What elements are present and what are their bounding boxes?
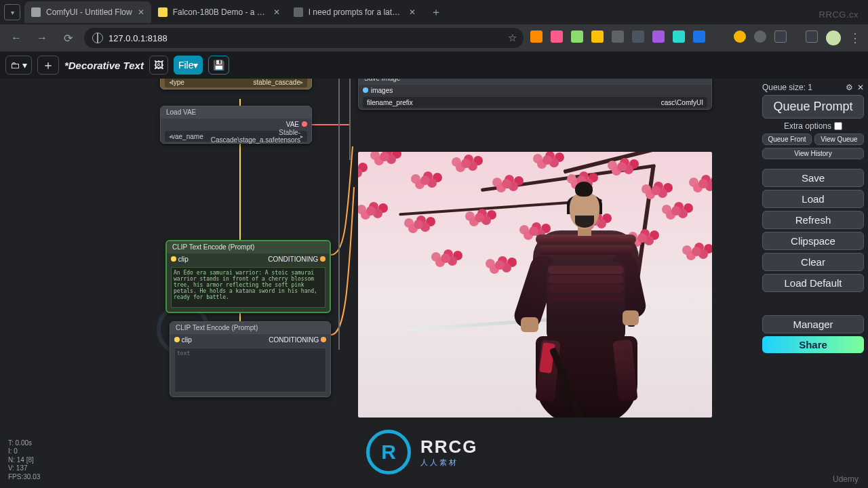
perf-stats: T: 0.00s I: 0 N: 14 [8] V: 137 FPS:30.03 <box>8 439 40 482</box>
arrow-right-icon[interactable]: ▸ <box>300 134 303 140</box>
clipspace-button[interactable]: Clipspace <box>762 232 864 250</box>
tab-falcon[interactable]: Falcon-180B Demo - a Hugging Face ✕ <box>151 1 287 23</box>
field-type[interactable]: ◂typestable_cascade▸ <box>165 79 307 87</box>
extension-icon[interactable] <box>652 30 665 43</box>
address-bar[interactable]: 127.0.0.1:8188 ☆ <box>84 28 524 48</box>
favicon-icon <box>31 7 41 17</box>
node-canvas[interactable]: RR CLIP ◂ckpt_namescascade\scas-model.sa… <box>0 79 868 488</box>
extension-icon[interactable] <box>632 30 644 43</box>
clear-button[interactable]: Clear <box>762 253 864 271</box>
url-text: 127.0.0.1:8188 <box>108 33 167 43</box>
spacer <box>795 30 797 45</box>
forward-button[interactable]: → <box>33 28 52 47</box>
neg-prompt-textarea[interactable] <box>174 348 326 392</box>
port-conditioning-out[interactable] <box>320 256 326 262</box>
add-button[interactable]: ＋ <box>37 56 59 75</box>
field-vae-name[interactable]: ◂vae_nameStable-Cascade\stage_a.safetens… <box>165 131 307 142</box>
port-conditioning-out[interactable] <box>321 337 326 342</box>
extension-icon[interactable] <box>693 30 705 43</box>
samurai-figure <box>495 180 671 418</box>
queue-front-button[interactable]: Queue Front <box>762 134 812 145</box>
extensions-puzzle-icon[interactable] <box>774 30 787 43</box>
refresh-button[interactable]: Refresh <box>762 211 864 229</box>
node-title: CLIP Text Encode (Prompt) <box>170 322 330 334</box>
close-panel-icon[interactable]: ✕ <box>857 83 864 92</box>
extra-options-row: Extra options <box>762 121 864 131</box>
port-clip-in[interactable] <box>171 256 176 262</box>
tab-title: Falcon-180B Demo - a Hugging Face <box>173 7 268 17</box>
view-history-button[interactable]: View History <box>762 148 864 159</box>
extension-icon[interactable] <box>551 30 563 43</box>
chrome-menu-icon[interactable]: ⋮ <box>849 30 861 45</box>
tab-search-button[interactable]: ▾ <box>4 4 20 20</box>
extension-icon[interactable] <box>734 30 746 43</box>
share-button[interactable]: Share <box>762 336 864 353</box>
watermark-bottom-right: Udemy <box>833 474 859 484</box>
tab-prompts[interactable]: I need prompts for a latent diffusion p … <box>287 1 422 23</box>
node-save-image[interactable]: Save Image images filename_prefixcasc\Co… <box>358 79 712 110</box>
extension-icon[interactable] <box>591 30 604 43</box>
browser-tab-strip: ▾ ComfyUI - Untitled Flow ✕ Falcon-180B … <box>0 0 868 24</box>
control-panel: Queue size: 1 ⚙ ✕ Queue Prompt Extra opt… <box>758 79 868 357</box>
save-icon-button[interactable]: 💾 <box>208 56 229 75</box>
document-title: *Decorative Text <box>64 60 144 71</box>
extension-icon[interactable] <box>612 30 624 43</box>
tab-comfyui[interactable]: ComfyUI - Untitled Flow ✕ <box>24 1 151 23</box>
node-clip-text-encode-positive[interactable]: CLIP Text Encode (Prompt) clip CONDITION… <box>165 240 331 313</box>
back-button[interactable]: ← <box>7 28 26 47</box>
app-topbar: 🗀 ▾ ＋ *Decorative Text 🖼 File ▾ 💾 <box>0 52 868 79</box>
port-images-in[interactable] <box>363 87 368 93</box>
extra-options-checkbox[interactable] <box>834 122 842 130</box>
settings-gear-icon[interactable]: ⚙ <box>846 83 853 92</box>
close-tab-icon[interactable]: ✕ <box>409 7 416 17</box>
favicon-icon <box>158 7 167 17</box>
profile-avatar[interactable] <box>826 30 841 45</box>
tab-title: ComfyUI - Untitled Flow <box>46 7 132 17</box>
watermark-top-right: RRCG.cx <box>819 9 859 20</box>
image-icon[interactable]: 🖼 <box>149 56 168 75</box>
arrow-right-icon[interactable]: ▸ <box>300 79 303 85</box>
queue-prompt-button[interactable]: Queue Prompt <box>762 95 864 119</box>
extension-icon[interactable] <box>673 30 685 43</box>
browser-toolbar: ← → ⟳ 127.0.0.1:8188 ☆ ⋮ <box>0 24 868 52</box>
queue-size-label: Queue size: 1 <box>762 83 812 92</box>
tab-title: I need prompts for a latent diffusion p <box>309 7 403 17</box>
node-title: CLIP Text Encode (Prompt) <box>167 241 330 253</box>
prompt-textarea[interactable] <box>171 267 326 308</box>
watermark-logo: R RRCG 人人素材 <box>366 430 478 474</box>
favicon-icon <box>294 7 303 17</box>
node-clip-text-encode-negative[interactable]: CLIP Text Encode (Prompt) clip CONDITION… <box>170 321 331 397</box>
extension-icon[interactable] <box>754 30 766 43</box>
extension-icon[interactable] <box>571 30 583 43</box>
output-image <box>358 152 712 418</box>
close-tab-icon[interactable]: ✕ <box>138 7 144 17</box>
load-button[interactable]: Load <box>762 190 864 208</box>
site-info-icon[interactable] <box>92 33 103 43</box>
file-menu[interactable]: File ▾ <box>174 56 203 75</box>
bookmark-star-icon[interactable]: ☆ <box>508 32 517 44</box>
output-vae-label: VAE <box>286 121 299 128</box>
node-load-vae[interactable]: Load VAE VAE ◂vae_nameStable-Cascade\sta… <box>160 106 312 144</box>
manager-button[interactable]: Manager <box>762 315 864 333</box>
load-default-button[interactable]: Load Default <box>762 274 864 292</box>
save-button[interactable]: Save <box>762 169 864 187</box>
close-tab-icon[interactable]: ✕ <box>273 7 280 17</box>
port-clip-in[interactable] <box>174 337 180 342</box>
new-tab-button[interactable]: ＋ <box>427 3 446 22</box>
sidepanel-icon[interactable] <box>806 30 818 43</box>
folder-button[interactable]: 🗀 ▾ <box>5 56 32 75</box>
node-title: Save Image <box>359 79 711 85</box>
field-filename-prefix[interactable]: filename_prefixcasc\ComfyUI <box>363 97 707 108</box>
spacer <box>713 30 726 45</box>
node-load-checkpoint[interactable]: CLIP ◂ckpt_namescascade\scas-model.safet… <box>160 79 312 89</box>
reload-button[interactable]: ⟳ <box>58 28 77 47</box>
extensions-row: ⋮ <box>530 30 861 45</box>
view-queue-button[interactable]: View Queue <box>814 134 864 145</box>
port-vae-out[interactable] <box>302 121 307 127</box>
node-title: Load VAE <box>161 106 311 119</box>
extension-icon[interactable] <box>530 30 542 43</box>
